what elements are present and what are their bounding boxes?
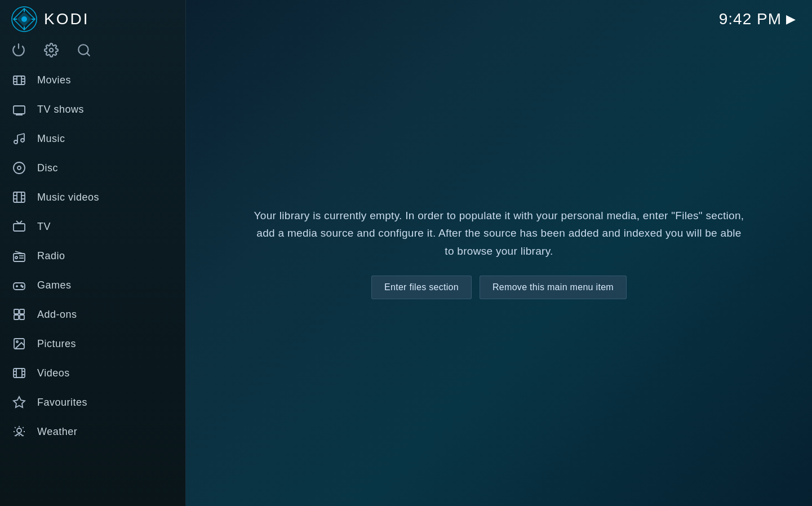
sidebar-item-addons-label: Add-ons: [37, 309, 77, 321]
sidebar-item-weather[interactable]: Weather: [0, 417, 185, 446]
games-icon: [11, 277, 27, 293]
clock-display: 9:42 PM ▶: [719, 10, 796, 28]
svg-point-27: [14, 162, 25, 174]
svg-point-28: [17, 166, 21, 170]
svg-rect-53: [14, 369, 25, 378]
main-content: 9:42 PM ▶ Your library is currently empt…: [186, 0, 812, 506]
svg-rect-48: [20, 309, 24, 314]
sidebar-item-music-label: Music: [37, 133, 65, 145]
svg-rect-18: [14, 106, 25, 114]
tv-icon: [11, 219, 27, 234]
sidebar-item-videos-label: Videos: [37, 367, 70, 379]
svg-rect-49: [14, 315, 19, 319]
svg-point-46: [22, 286, 23, 287]
svg-point-52: [16, 341, 18, 343]
sidebar-item-disc[interactable]: Disc: [0, 153, 185, 183]
svg-line-64: [15, 427, 15, 428]
action-buttons: Enter files section Remove this main men…: [371, 276, 627, 299]
addons-icon: [11, 307, 27, 322]
power-button[interactable]: [11, 43, 26, 57]
svg-rect-50: [20, 315, 24, 319]
sidebar-item-addons[interactable]: Add-ons: [0, 300, 185, 329]
sidebar-item-games[interactable]: Games: [0, 270, 185, 300]
empty-library-box: Your library is currently empty. In orde…: [232, 207, 767, 299]
kodi-logo-icon: [11, 6, 37, 32]
svg-rect-47: [14, 309, 19, 314]
svg-point-38: [15, 256, 17, 259]
movies-icon: [11, 72, 27, 88]
settings-button[interactable]: [44, 43, 59, 57]
sidebar-item-games-label: Games: [37, 279, 72, 291]
sidebar-item-disc-label: Disc: [37, 162, 58, 174]
sidebar-item-music[interactable]: Music: [0, 124, 185, 153]
videos-icon: [11, 365, 27, 381]
tvshows-icon: [11, 101, 27, 117]
svg-point-61: [17, 428, 21, 433]
sidebar-item-musicvideos[interactable]: Music videos: [0, 183, 185, 212]
enter-files-button[interactable]: Enter files section: [371, 276, 472, 299]
clock-time: 9:42 PM: [719, 10, 782, 28]
sidebar: KODI: [0, 0, 186, 506]
svg-rect-29: [14, 192, 25, 202]
svg-rect-36: [14, 224, 25, 231]
musicvideos-icon: [11, 189, 27, 205]
sidebar-item-favourites-label: Favourites: [37, 397, 87, 409]
pictures-icon: [11, 336, 27, 352]
music-icon: [11, 131, 27, 147]
empty-library-message: Your library is currently empty. In orde…: [254, 207, 744, 260]
sidebar-header: KODI: [0, 0, 185, 38]
svg-marker-60: [14, 397, 25, 407]
sidebar-controls: [0, 38, 185, 65]
disc-icon: [11, 160, 27, 176]
sidebar-item-tv-label: TV: [37, 221, 51, 233]
cursor-icon: ▶: [786, 12, 796, 26]
sidebar-item-radio-label: Radio: [37, 250, 65, 262]
sidebar-item-movies-label: Movies: [37, 74, 71, 86]
svg-line-69: [23, 427, 23, 428]
svg-line-10: [87, 53, 90, 56]
svg-point-8: [50, 48, 54, 52]
sidebar-item-tvshows-label: TV shows: [37, 104, 84, 116]
svg-point-3: [21, 16, 27, 22]
sidebar-item-tvshows[interactable]: TV shows: [0, 95, 185, 124]
remove-menu-item-button[interactable]: Remove this main menu item: [480, 276, 627, 299]
sidebar-item-favourites[interactable]: Favourites: [0, 388, 185, 417]
sidebar-item-radio[interactable]: Radio: [0, 241, 185, 270]
sidebar-item-pictures[interactable]: Pictures: [0, 329, 185, 358]
svg-point-23: [21, 139, 24, 142]
search-button[interactable]: [77, 43, 91, 57]
sidebar-item-movies[interactable]: Movies: [0, 65, 185, 95]
sidebar-item-videos[interactable]: Videos: [0, 358, 185, 388]
svg-line-26: [17, 134, 24, 135]
sidebar-item-tv[interactable]: TV: [0, 212, 185, 241]
svg-rect-11: [14, 76, 25, 85]
sidebar-item-weather-label: Weather: [37, 426, 77, 438]
weather-icon: [11, 424, 27, 440]
sidebar-item-musicvideos-label: Music videos: [37, 192, 99, 203]
favourites-icon: [11, 394, 27, 410]
sidebar-nav: Movies TV shows: [0, 65, 185, 506]
app-title: KODI: [44, 10, 89, 28]
sidebar-item-pictures-label: Pictures: [37, 338, 76, 350]
radio-icon: [11, 248, 27, 264]
